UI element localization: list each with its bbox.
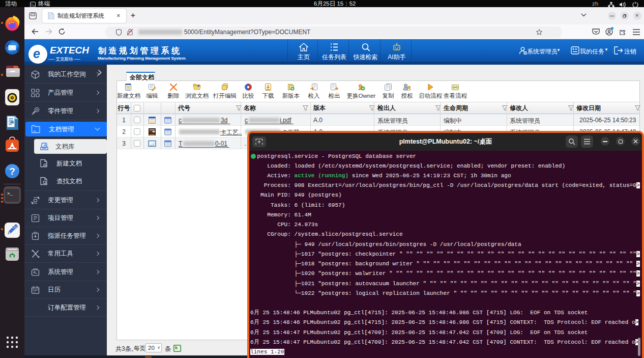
svg-text:>_: >_	[7, 191, 13, 197]
svg-text:?: ?	[9, 166, 15, 177]
